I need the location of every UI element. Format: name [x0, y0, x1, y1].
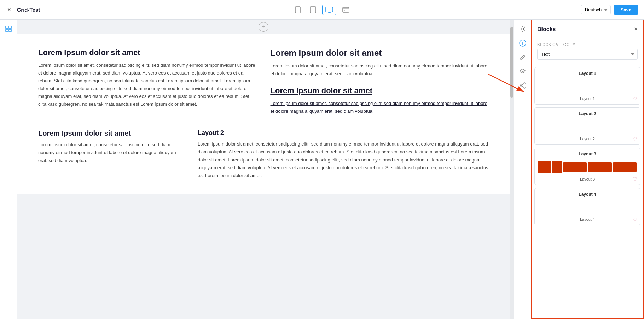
- device-preview-button[interactable]: [339, 5, 353, 15]
- edit-icon[interactable]: [516, 51, 529, 64]
- svg-rect-12: [9, 26, 11, 29]
- block-layout4-fav-button[interactable]: ♡: [633, 217, 637, 222]
- topbar-center: [292, 4, 353, 16]
- block-layout1-label: Layout 1: [538, 96, 637, 101]
- layers-stack-icon[interactable]: [516, 65, 529, 78]
- block-layout3-label: Layout 3: [538, 177, 637, 181]
- block-layout3-title: Layout 3: [538, 152, 637, 156]
- block-item-layout4[interactable]: Layout 4 Layout 4 ♡: [534, 188, 640, 225]
- device-tablet-button[interactable]: [307, 4, 319, 16]
- blocks-close-button[interactable]: ×: [634, 25, 638, 33]
- canvas-area[interactable]: + Lorem Ipsum dolor sit amet Lorem ipsum…: [17, 20, 510, 319]
- block-layout1-preview: [538, 79, 637, 94]
- block-layout3-preview: [538, 159, 637, 175]
- content-grid-top: Lorem Ipsum dolor sit amet Lorem ipsum d…: [38, 48, 488, 115]
- canvas-section-1: Lorem Ipsum dolor sit amet Lorem ipsum d…: [17, 34, 510, 194]
- page-title: Grid-Test: [17, 7, 40, 13]
- block-layout1-fav-button[interactable]: ♡: [633, 96, 637, 101]
- blocks-panel-header: Blocks ×: [532, 20, 643, 38]
- block-item-layout2[interactable]: Layout 2 Layout 2 ♡: [534, 107, 640, 145]
- layout3-block-d: [588, 162, 611, 172]
- block-layout4-title: Layout 4: [538, 192, 637, 197]
- block-layout2-preview: [538, 119, 637, 135]
- content-col-left-bottom: Lorem Ipsum dolor sit amet Lorem ipsum d…: [38, 129, 184, 179]
- col2-heading2: Lorem Ipsum dolor sit amet: [271, 86, 489, 95]
- col2-body2: Lorem ipsum dolor sit amet, consetetur s…: [271, 100, 489, 115]
- col1-body: Lorem ipsum dolor sit amet, consetetur s…: [38, 61, 256, 108]
- layout4-right-blocks: [613, 207, 637, 208]
- svg-rect-14: [9, 29, 11, 32]
- layout3-block-c: [563, 162, 587, 172]
- bottom-left-body: Lorem ipsum dolor sit amet, consetetur s…: [38, 141, 184, 164]
- block-layout2-label: Layout 2: [538, 137, 637, 141]
- svg-point-3: [313, 12, 313, 12]
- share-icon[interactable]: [516, 79, 529, 92]
- col1-heading: Lorem Ipsum dolor sit amet: [38, 48, 256, 57]
- save-button[interactable]: Save: [614, 5, 638, 15]
- topbar-left: × Grid-Test: [6, 4, 40, 15]
- svg-rect-4: [326, 7, 333, 12]
- language-select[interactable]: Deutsch English: [581, 5, 611, 14]
- svg-point-20: [520, 85, 522, 86]
- block-item-layout3[interactable]: Layout 3 Layout 3 ♡: [534, 148, 640, 185]
- block-category-select[interactable]: Text Media Layout: [537, 49, 638, 60]
- add-circle-icon[interactable]: [516, 37, 529, 49]
- block-category-section: Block category Text Media Layout: [532, 38, 643, 64]
- svg-point-19: [524, 83, 525, 84]
- col2-heading: Lorem Ipsum dolor sit amet: [271, 48, 489, 58]
- device-desktop-button[interactable]: [322, 5, 336, 15]
- main-layout: + Lorem Ipsum dolor sit amet Lorem ipsum…: [0, 20, 644, 319]
- block-layout2-title: Layout 2: [538, 111, 637, 116]
- svg-line-23: [522, 86, 524, 87]
- scrollbar-track[interactable]: [510, 20, 514, 319]
- col2-heading2-link[interactable]: Lorem Ipsum dolor sit amet: [271, 86, 373, 95]
- add-block-circle[interactable]: +: [259, 22, 268, 32]
- settings-icon[interactable]: [516, 23, 529, 35]
- layout2-left-blocks: [538, 126, 570, 128]
- close-button[interactable]: ×: [6, 4, 13, 15]
- col2-body: Lorem ipsum dolor sit amet, consetetur s…: [271, 62, 489, 78]
- topbar: × Grid-Test Deutsch English Save: [0, 0, 644, 20]
- block-layout3-fav-button[interactable]: ♡: [633, 176, 637, 182]
- blocks-panel-title: Blocks: [537, 26, 556, 33]
- topbar-right: Deutsch English Save: [581, 5, 638, 15]
- content-grid-bottom: Lorem Ipsum dolor sit amet Lorem ipsum d…: [38, 129, 488, 179]
- bottom-left-heading: Lorem Ipsum dolor sit amet: [38, 129, 184, 137]
- content-col-right-top: Lorem Ipsum dolor sit amet Lorem ipsum d…: [271, 48, 489, 115]
- sidebar-layers-icon[interactable]: [2, 23, 15, 35]
- content-col-right-bottom: Layout 2 Lorem ipsum dolor sit amet, con…: [198, 129, 488, 179]
- block-layout2-fav-button[interactable]: ♡: [633, 136, 637, 142]
- layout1-right-blocks: [604, 86, 637, 87]
- svg-point-21: [524, 87, 525, 88]
- bottom-right-heading: Layout 2: [198, 129, 488, 137]
- layout3-block-a: [538, 161, 551, 173]
- block-layout4-label: Layout 4: [538, 217, 637, 221]
- right-panel-icons: [514, 20, 531, 319]
- scrollbar-thumb[interactable]: [510, 27, 513, 98]
- blocks-list: Layout 1 Layout 1 ♡ Layout 2: [532, 64, 643, 318]
- blocks-panel: Blocks × Block category Text Media Layou…: [531, 20, 644, 319]
- add-block-bar[interactable]: +: [17, 20, 510, 34]
- col2-body2-link[interactable]: Lorem ipsum dolor sit amet, consetetur s…: [271, 101, 487, 114]
- layout3-block-b: [552, 161, 562, 173]
- block-layout1-title: Layout 1: [538, 71, 637, 76]
- block-layout4-preview: [538, 200, 637, 215]
- device-mobile-button[interactable]: [292, 4, 304, 16]
- svg-point-15: [522, 28, 524, 30]
- content-col-left-top: Lorem Ipsum dolor sit amet Lorem ipsum d…: [38, 48, 256, 115]
- svg-rect-11: [6, 26, 8, 29]
- block-category-label: Block category: [537, 42, 638, 47]
- layout3-block-e: [613, 162, 637, 172]
- svg-rect-13: [6, 29, 8, 32]
- block-item-layout1[interactable]: Layout 1 Layout 1 ♡: [534, 67, 640, 105]
- left-sidebar: [0, 20, 17, 319]
- svg-line-22: [522, 84, 524, 85]
- bottom-right-body: Lorem ipsum dolor sit amet, consetetur s…: [198, 140, 488, 179]
